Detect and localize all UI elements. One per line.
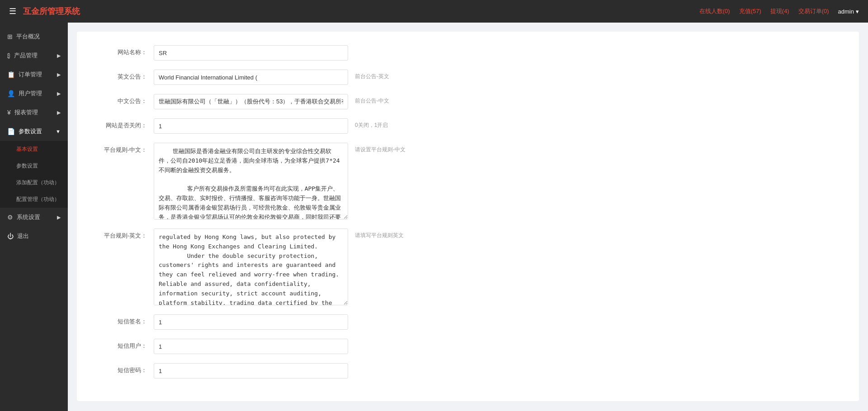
user-icon: 👤 (7, 90, 15, 97)
sidebar-item-product[interactable]: ₿ 产品管理 ▶ (0, 46, 68, 65)
order-icon: 📋 (7, 71, 15, 78)
stat-recharge[interactable]: 充值(57) (739, 7, 761, 15)
textarea-platform-en[interactable]: regulated by Hong Kong laws, but also pr… (154, 229, 348, 305)
admin-arrow: ▾ (856, 8, 859, 15)
params-arrow: ▼ (56, 129, 61, 134)
hint-zh-notice: 前台公告-中文 (348, 94, 389, 105)
form-row-sms-user: 短信用户： (95, 339, 841, 354)
header-right: 在线人数(0) 充值(57) 提现(4) 交易订单(0) admin ▾ (699, 7, 859, 15)
input-site-name[interactable] (154, 45, 348, 61)
sidebar-item-platform[interactable]: ⊞ 平台概况 (0, 27, 68, 46)
header: ☰ 互金所管理系统 在线人数(0) 充值(57) 提现(4) 交易订单(0) a… (0, 0, 868, 23)
input-sms-user[interactable] (154, 339, 348, 354)
sidebar-item-report[interactable]: ¥ 报表管理 ▶ (0, 103, 68, 122)
form-row-site-name: 网站名称： (95, 45, 841, 61)
sidebar-item-params[interactable]: 📄 参数设置 ▼ (0, 122, 68, 141)
sidebar-item-system-label: 系统设置 (17, 213, 40, 221)
label-platform-en: 平台规则-英文： (95, 229, 154, 240)
stat-orders[interactable]: 交易订单(0) (798, 7, 829, 15)
report-icon: ¥ (7, 109, 11, 116)
label-sms-password: 短信密码： (95, 363, 154, 374)
sidebar-sub-params: 基本设置 参数设置 添加配置（功动） 配置管理（功动） (0, 141, 68, 208)
order-arrow: ▶ (57, 72, 61, 78)
stat-online[interactable]: 在线人数(0) (699, 7, 730, 15)
admin-menu[interactable]: admin ▾ (838, 8, 859, 15)
sidebar-item-user[interactable]: 👤 用户管理 ▶ (0, 84, 68, 103)
platform-icon: ⊞ (7, 33, 13, 40)
form-row-platform-en: 平台规则-英文： regulated by Hong Kong laws, bu… (95, 229, 841, 305)
label-zh-notice: 中文公告： (95, 94, 154, 105)
label-site-name: 网站名称： (95, 45, 154, 56)
input-sms-sign[interactable] (154, 314, 348, 330)
sidebar-item-order[interactable]: 📋 订单管理 ▶ (0, 65, 68, 84)
form-row-site-closed: 网站是否关闭： 0关闭，1开启 (95, 118, 841, 134)
user-arrow: ▶ (57, 91, 61, 97)
form-row-zh-notice: 中文公告： 前台公告-中文 (95, 94, 841, 109)
sidebar-item-system[interactable]: ⚙ 系统设置 ▶ (0, 208, 68, 227)
sidebar-item-logout-label: 退出 (17, 232, 29, 240)
textarea-platform-zh[interactable]: 世融国际是香港金融业有限公司自主研发的专业综合性交易软件，公司自2010年起立足… (154, 143, 348, 220)
sidebar-item-user-label: 用户管理 (19, 89, 42, 98)
input-en-notice[interactable] (154, 70, 348, 85)
layout: ⊞ 平台概况 ₿ 产品管理 ▶ 📋 订单管理 ▶ 👤 用户管理 ▶ ¥ 报表管理… (0, 23, 868, 411)
input-sms-password[interactable] (154, 363, 348, 378)
sidebar-item-params-label: 参数设置 (19, 127, 42, 135)
admin-label: admin (838, 8, 854, 15)
stat-withdraw[interactable]: 提现(4) (770, 7, 789, 15)
form-row-en-notice: 英文公告： 前台公告-英文 (95, 70, 841, 85)
logout-icon: ⏻ (7, 233, 14, 240)
label-sms-sign: 短信签名： (95, 314, 154, 326)
product-icon: ₿ (7, 52, 10, 59)
hamburger-icon[interactable]: ☰ (9, 6, 16, 16)
label-sms-user: 短信用户： (95, 339, 154, 350)
app-title: 互金所管理系统 (23, 6, 80, 17)
product-arrow: ▶ (57, 53, 61, 59)
sidebar: ⊞ 平台概况 ₿ 产品管理 ▶ 📋 订单管理 ▶ 👤 用户管理 ▶ ¥ 报表管理… (0, 23, 68, 411)
system-arrow: ▶ (57, 215, 61, 220)
hint-platform-en: 请填写平台规则英文 (348, 229, 404, 239)
input-site-closed[interactable] (154, 118, 348, 134)
sidebar-item-report-label: 报表管理 (14, 108, 38, 117)
label-platform-zh: 平台规则-中文： (95, 143, 154, 154)
params-icon: 📄 (7, 128, 15, 135)
form-row-sms-password: 短信密码： (95, 363, 841, 378)
report-arrow: ▶ (57, 110, 61, 116)
form-card: 网站名称： 英文公告： 前台公告-英文 中文公告： 前台公告-中文 网站是否关闭… (77, 32, 859, 401)
main-content: 网站名称： 英文公告： 前台公告-英文 中文公告： 前台公告-中文 网站是否关闭… (68, 23, 868, 411)
hint-site-closed: 0关闭，1开启 (348, 118, 388, 129)
form-row-sms-sign: 短信签名： (95, 314, 841, 330)
hint-en-notice: 前台公告-英文 (348, 70, 389, 80)
system-icon: ⚙ (7, 214, 13, 221)
label-en-notice: 英文公告： (95, 70, 154, 81)
sidebar-sub-basic[interactable]: 基本设置 (0, 141, 68, 158)
form-row-platform-zh: 平台规则-中文： 世融国际是香港金融业有限公司自主研发的专业综合性交易软件，公司… (95, 143, 841, 220)
sidebar-item-platform-label: 平台概况 (16, 33, 40, 41)
input-zh-notice[interactable] (154, 94, 348, 109)
label-site-closed: 网站是否关闭： (95, 118, 154, 130)
sidebar-sub-params2[interactable]: 参数设置 (0, 158, 68, 174)
title-prefix: 互金所管理 (23, 7, 64, 16)
sidebar-sub-config-manage[interactable]: 配置管理（功动） (0, 191, 68, 208)
title-suffix: 系统 (64, 7, 80, 16)
sidebar-item-order-label: 订单管理 (19, 70, 42, 79)
hint-platform-zh: 请设置平台规则-中文 (348, 143, 406, 154)
sidebar-sub-add-config[interactable]: 添加配置（功动） (0, 174, 68, 191)
sidebar-item-product-label: 产品管理 (14, 51, 38, 60)
header-left: ☰ 互金所管理系统 (9, 6, 80, 17)
sidebar-item-logout[interactable]: ⏻ 退出 (0, 227, 68, 246)
